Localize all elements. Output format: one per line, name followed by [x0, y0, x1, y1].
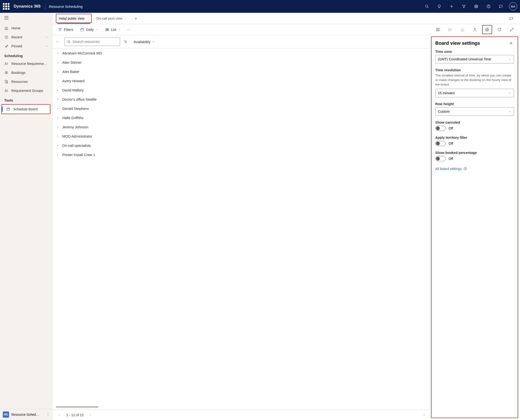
filter-icon[interactable]: [458, 0, 470, 13]
chat-icon[interactable]: [495, 0, 507, 13]
resource-pane: Availability Abraham McCormick MDAlan St…: [52, 35, 430, 420]
sidebar-section-tools: Tools: [0, 95, 52, 104]
resource-row[interactable]: Gerald Stephens: [52, 104, 430, 113]
daily-dropdown[interactable]: Daily: [78, 26, 100, 33]
chevron-down-icon: [45, 36, 48, 39]
svg-line-1: [427, 7, 428, 8]
field-label: Show canceled: [435, 120, 514, 124]
sidebar-item-bookings[interactable]: Bookings: [0, 68, 52, 77]
list-view-icon[interactable]: [445, 25, 455, 34]
resource-row[interactable]: MOD Administrator: [52, 132, 430, 141]
availability-dropdown[interactable]: Availability: [134, 40, 155, 44]
sidebar-item-label: Pinned: [11, 44, 22, 48]
territory-toggle[interactable]: [435, 141, 446, 146]
chevron-down-icon: [508, 92, 511, 94]
tab-initial-public-view[interactable]: Initial public view ⋮: [55, 13, 93, 24]
avatar-initials: MA: [511, 5, 515, 8]
chevron-down-icon: [508, 58, 511, 61]
all-board-settings-link[interactable]: All board settings: [435, 167, 514, 171]
sidebar-item-requirement-groups[interactable]: Requirement Groups: [0, 86, 52, 95]
search-field[interactable]: [73, 40, 117, 44]
hamburger-icon[interactable]: [0, 13, 52, 23]
updown-icon: [47, 413, 50, 416]
toolbar: Filters Daily List ⋯: [52, 24, 520, 35]
table-icon: [105, 28, 109, 31]
calendar-icon: [6, 107, 10, 111]
list-dropdown[interactable]: List: [103, 26, 123, 33]
chevron-right-icon: [57, 107, 59, 110]
select-value: 15 minutes: [438, 91, 455, 95]
sidebar-item-home[interactable]: Home: [0, 24, 52, 33]
tab-menu-icon[interactable]: ⋮: [124, 17, 127, 20]
search-input[interactable]: [64, 38, 120, 46]
resource-list[interactable]: Abraham McCormick MDAlan SteinerAlex Bak…: [52, 49, 430, 405]
svg-point-35: [487, 29, 488, 30]
timezone-select[interactable]: (GMT) Coordinated Universal Time: [435, 55, 514, 63]
resource-row[interactable]: Jeremy Johnson: [52, 122, 430, 132]
field-row-height: Row height Custom: [435, 102, 514, 116]
bell-icon[interactable]: [458, 25, 468, 34]
settings-gear-button[interactable]: [482, 25, 492, 34]
sidebar-item-pinned[interactable]: Pinned: [0, 42, 52, 51]
resource-row[interactable]: Avery Howard: [52, 76, 430, 85]
sidebar-item-recent[interactable]: Recent: [0, 33, 52, 42]
gear-icon[interactable]: [470, 0, 482, 13]
header-actions: MA: [421, 0, 517, 13]
toggle-state: Off: [448, 142, 453, 145]
button-label: List: [111, 28, 116, 31]
main-content: Initial public view ⋮ On-call pool view …: [52, 13, 520, 420]
search-row: Availability: [52, 35, 430, 49]
show-canceled-toggle[interactable]: [435, 126, 446, 131]
sidebar-item-schedule-board[interactable]: Schedule Board: [2, 105, 50, 114]
horizontal-scrollbar[interactable]: [56, 405, 426, 409]
resource-name: Jeremy Johnson: [62, 125, 88, 129]
close-button[interactable]: [508, 40, 514, 46]
resource-row[interactable]: Printer Install Crew 1: [52, 150, 430, 159]
resource-row[interactable]: Alan Steiner: [52, 58, 430, 67]
chevron-right-icon: [57, 98, 59, 101]
sidebar-item-resources[interactable]: Resources: [0, 77, 52, 86]
refresh-icon[interactable]: [494, 25, 504, 34]
booked-pct-toggle[interactable]: [435, 156, 446, 161]
resource-row[interactable]: Abraham McCormick MD: [52, 49, 430, 58]
chevron-right-icon: [57, 61, 59, 64]
svg-point-34: [474, 28, 475, 29]
add-tab-button[interactable]: ＋: [130, 13, 141, 24]
svg-point-4: [476, 6, 477, 7]
help-icon[interactable]: [483, 0, 494, 13]
svg-point-33: [448, 30, 449, 31]
collapse-icon[interactable]: [56, 40, 61, 43]
avatar[interactable]: MA: [509, 2, 517, 10]
resource-row[interactable]: Alex Baker: [52, 67, 430, 76]
lightbulb-icon[interactable]: [433, 0, 445, 13]
resource-name: Printer Install Crew 1: [62, 153, 95, 157]
time-resolution-select[interactable]: 15 minutes: [435, 89, 514, 97]
prev-page-button[interactable]: [56, 412, 62, 418]
field-label: Time zone: [435, 50, 514, 53]
sidebar-nav: Home Recent Pinned Scheduling Resource R…: [0, 23, 52, 409]
expand-icon[interactable]: [507, 25, 517, 34]
tab-oncall-pool-view[interactable]: On-call pool view ⋮: [93, 13, 130, 24]
area-switcher[interactable]: RS Resource Schedul…: [0, 409, 52, 420]
sidebar-item-resource-requirements[interactable]: Resource Requireme…: [0, 59, 52, 68]
person-icon[interactable]: [470, 25, 480, 34]
resource-name: Halle Griffiths: [62, 116, 83, 120]
collapse-up-icon[interactable]: [423, 414, 426, 416]
app-launcher-icon[interactable]: [3, 3, 9, 10]
save-board-icon[interactable]: [433, 25, 443, 34]
row-height-select[interactable]: Custom: [435, 107, 514, 116]
resource-row[interactable]: Halle Griffiths: [52, 113, 430, 122]
next-page-button[interactable]: [87, 412, 94, 418]
people-list-icon: [4, 61, 8, 66]
sort-icon[interactable]: [123, 39, 128, 45]
add-icon[interactable]: [446, 0, 458, 13]
resource-row[interactable]: Doctor's office Seattle: [52, 95, 430, 104]
resource-row[interactable]: On-call specialists: [52, 141, 430, 150]
link-label: All board settings: [435, 167, 461, 171]
more-button[interactable]: ⋯: [126, 26, 132, 33]
filters-button[interactable]: Filters: [56, 26, 75, 33]
tab-menu-icon[interactable]: ⋮: [86, 17, 89, 20]
resource-row[interactable]: David Mallory: [52, 85, 430, 95]
chat-icon[interactable]: [507, 14, 516, 23]
search-icon[interactable]: [421, 0, 433, 13]
